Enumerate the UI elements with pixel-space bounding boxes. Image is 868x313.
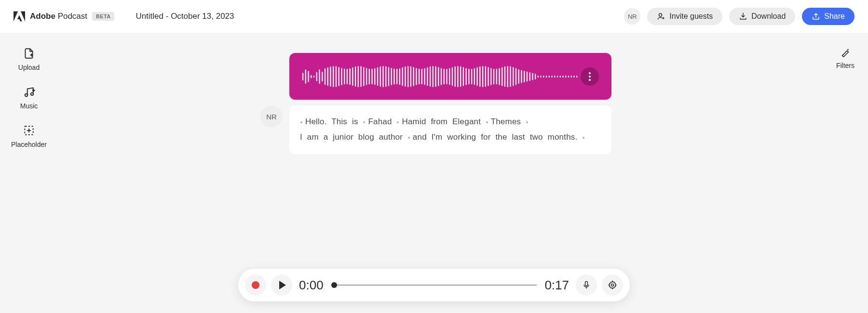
- player-bar: 0:00 0:17: [238, 269, 630, 301]
- svg-point-2: [31, 93, 33, 95]
- transcript-row: NR Hello. This is Fahad Hamid from Elega…: [260, 105, 611, 154]
- beta-badge: BETA: [92, 12, 114, 21]
- invite-icon: [657, 12, 665, 21]
- play-button[interactable]: [271, 274, 292, 296]
- filters-label: Filters: [836, 62, 854, 69]
- app-header: Adobe Podcast BETA Untitled - October 13…: [0, 0, 868, 33]
- header-left: Adobe Podcast BETA Untitled - October 13…: [14, 11, 234, 22]
- play-icon: [279, 281, 286, 289]
- clip-menu-button[interactable]: [581, 67, 599, 86]
- brand-group: Adobe Podcast BETA: [14, 11, 114, 22]
- svg-rect-7: [585, 282, 588, 286]
- filters-wand-icon: [840, 47, 851, 58]
- progress-line: [331, 285, 537, 286]
- invite-guests-button[interactable]: Invite guests: [647, 8, 722, 25]
- speaker-avatar[interactable]: NR: [260, 105, 283, 128]
- music-label: Music: [20, 102, 38, 110]
- music-tool[interactable]: Music: [20, 86, 38, 110]
- placeholder-label: Placeholder: [11, 141, 47, 148]
- transcript-card[interactable]: Hello. This is Fahad Hamid from Elegant …: [289, 105, 611, 154]
- svg-point-1: [25, 94, 27, 96]
- upload-tool[interactable]: Upload: [18, 47, 40, 71]
- upload-file-icon: [23, 47, 35, 60]
- time-current: 0:00: [299, 278, 324, 293]
- mic-button[interactable]: [576, 274, 597, 296]
- progress-track[interactable]: [331, 280, 537, 290]
- left-toolbar: Upload Music Placeholder: [0, 33, 58, 313]
- gear-icon: [608, 280, 617, 290]
- more-vertical-icon: [589, 72, 591, 81]
- upload-label: Upload: [18, 64, 40, 71]
- mic-icon: [582, 280, 591, 290]
- project-title[interactable]: Untitled - October 13, 2023: [136, 12, 234, 21]
- user-avatar[interactable]: NR: [624, 8, 640, 25]
- time-total: 0:17: [544, 278, 569, 293]
- svg-point-4: [589, 72, 591, 74]
- waveform-block[interactable]: [289, 53, 611, 100]
- waveform-icon: [302, 63, 581, 91]
- progress-knob[interactable]: [331, 282, 337, 288]
- record-button[interactable]: [245, 274, 266, 296]
- header-right: NR Invite guests Download Share: [624, 8, 854, 25]
- download-icon: [739, 12, 747, 21]
- share-button[interactable]: Share: [802, 8, 854, 25]
- placeholder-icon: [23, 124, 35, 137]
- settings-button[interactable]: [602, 274, 623, 296]
- svg-point-8: [611, 284, 614, 287]
- placeholder-tool[interactable]: Placeholder: [11, 124, 47, 148]
- share-icon: [812, 12, 820, 21]
- music-icon: [23, 86, 35, 98]
- adobe-logo-icon: [14, 11, 25, 22]
- svg-point-6: [589, 79, 591, 81]
- brand-text: Adobe Podcast: [30, 12, 87, 21]
- transcript-line-1[interactable]: Hello. This is Fahad Hamid from Elegant …: [300, 114, 601, 130]
- svg-point-5: [589, 76, 591, 78]
- filters-tool[interactable]: Filters: [836, 47, 854, 69]
- audio-clip: NR Hello. This is Fahad Hamid from Elega…: [289, 53, 611, 154]
- record-icon: [252, 281, 259, 289]
- download-button[interactable]: Download: [729, 8, 795, 25]
- svg-point-0: [659, 13, 662, 16]
- transcript-line-2[interactable]: I am a junior blog author and I'm workin…: [300, 130, 601, 145]
